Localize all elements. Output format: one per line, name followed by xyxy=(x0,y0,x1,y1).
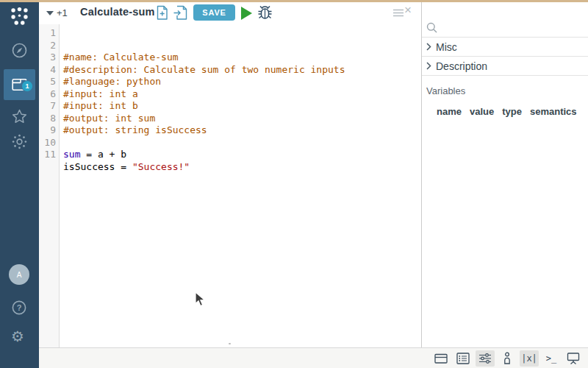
presentation-icon xyxy=(567,352,580,364)
app-window: 1 A ? ⚙ xyxy=(0,0,588,368)
logo-dots-icon xyxy=(10,7,29,26)
line-number: 10 xyxy=(39,137,56,149)
help-icon: ? xyxy=(11,300,27,316)
status-bar: |x| >_ xyxy=(39,347,588,368)
dotted-gear-icon xyxy=(11,133,28,150)
code-editor[interactable]: #name: Calculate-sum#description: Calcul… xyxy=(63,24,420,347)
line-number: 2 xyxy=(39,40,56,52)
tabs-dropdown-caret[interactable] xyxy=(46,11,54,15)
section-description[interactable]: Description xyxy=(422,57,588,76)
sidebar-item-favorites[interactable] xyxy=(11,108,28,125)
line-number: 8 xyxy=(39,113,56,125)
sidebar-item-help[interactable]: ? xyxy=(11,300,27,316)
code-line: #language: python xyxy=(63,76,420,88)
sidebar-item-browse[interactable] xyxy=(11,42,28,59)
sliders-icon xyxy=(478,353,492,364)
debug-button[interactable] xyxy=(257,4,273,21)
line-number: 6 xyxy=(39,88,56,101)
sidebar: 1 A ? ⚙ xyxy=(0,0,39,368)
code-line: #output: int sum xyxy=(63,113,420,125)
toolbox-toggle-button[interactable] xyxy=(453,350,473,367)
line-number: 11 xyxy=(39,149,56,161)
compass-icon xyxy=(11,42,28,59)
chevron-right-icon xyxy=(426,43,431,51)
console-toggle-button[interactable]: >_ xyxy=(542,350,561,367)
presentation-toggle-button[interactable] xyxy=(564,350,583,367)
section-label: Description xyxy=(436,60,487,72)
variables-panel-title: Variables xyxy=(426,85,465,96)
windows-toggle-button[interactable] xyxy=(431,350,451,367)
save-button[interactable]: SAVE xyxy=(193,4,235,21)
line-number: 4 xyxy=(39,64,56,77)
code-line: #name: Calculate-sum xyxy=(63,52,420,64)
settings-gear-icon: ⚙ xyxy=(11,329,24,344)
properties-toggle-button[interactable] xyxy=(476,350,495,367)
window-layout-icon xyxy=(434,353,448,364)
user-avatar[interactable]: A xyxy=(9,264,29,285)
code-line: sum = a + b xyxy=(63,149,420,161)
gutter: 1234567891011 xyxy=(39,24,60,347)
sidebar-item-manage[interactable] xyxy=(11,133,28,150)
person-icon xyxy=(502,352,512,364)
line-number: 9 xyxy=(39,124,56,137)
code-line: #output: string isSuccess xyxy=(63,124,420,137)
variables-glyph-icon: |x| xyxy=(521,353,537,364)
sidebar-item-settings[interactable]: ⚙ xyxy=(11,329,24,344)
bug-icon xyxy=(257,4,273,21)
code-line: #input: int a xyxy=(63,88,420,101)
load-sample-button[interactable] xyxy=(173,5,187,21)
editor-menu-button[interactable] xyxy=(393,9,404,17)
list-panel-icon xyxy=(456,353,470,364)
search-input[interactable] xyxy=(442,22,588,33)
variables-toggle-button[interactable]: |x| xyxy=(520,350,539,367)
section-label: Misc xyxy=(436,41,457,53)
project-count-badge: 1 xyxy=(21,80,33,92)
sidebar-item-projects-active[interactable]: 1 xyxy=(4,69,35,100)
search-row[interactable] xyxy=(422,18,588,38)
search-icon xyxy=(426,22,437,33)
datagrok-logo[interactable] xyxy=(10,7,29,26)
file-import-icon xyxy=(173,5,187,21)
chevron-right-icon xyxy=(426,62,431,70)
line-number: 1 xyxy=(39,27,56,40)
scroll-hint-dot xyxy=(229,343,231,344)
context-help-toggle-button[interactable] xyxy=(498,350,517,367)
variables-column-header: semantics xyxy=(530,106,577,117)
code-line: isSuccess = "Success!" xyxy=(63,161,420,174)
close-editor-button[interactable]: × xyxy=(404,4,412,16)
hamburger-icon xyxy=(393,9,404,17)
code-line xyxy=(63,173,420,185)
top-accent-bar xyxy=(0,0,588,2)
file-plus-icon xyxy=(156,5,168,21)
line-number: 3 xyxy=(39,52,56,64)
variables-column-header: name xyxy=(437,106,462,117)
section-misc[interactable]: Misc xyxy=(422,38,588,57)
code-line: #description: Calculate sum of two numer… xyxy=(63,64,420,77)
run-button[interactable] xyxy=(241,7,252,20)
line-number: 7 xyxy=(39,100,56,113)
svg-text:?: ? xyxy=(17,303,22,312)
code-line xyxy=(63,137,420,149)
code-line: #input: int b xyxy=(63,100,420,113)
console-glyph-icon: >_ xyxy=(546,353,556,364)
star-icon xyxy=(11,108,28,125)
close-icon: × xyxy=(404,3,412,17)
page-title: Calculate-sum xyxy=(80,6,155,18)
code-lines: #name: Calculate-sum#description: Calcul… xyxy=(63,52,420,185)
variables-header-row: namevaluetypesemantics xyxy=(437,106,577,117)
add-script-button[interactable] xyxy=(156,5,168,21)
variables-column-header: value xyxy=(470,106,494,117)
line-number: 5 xyxy=(39,76,56,88)
tabs-count-label[interactable]: +1 xyxy=(57,7,68,18)
variables-column-header: type xyxy=(502,106,522,117)
context-panel: Misc Description Variables namevaluetype… xyxy=(421,2,588,347)
